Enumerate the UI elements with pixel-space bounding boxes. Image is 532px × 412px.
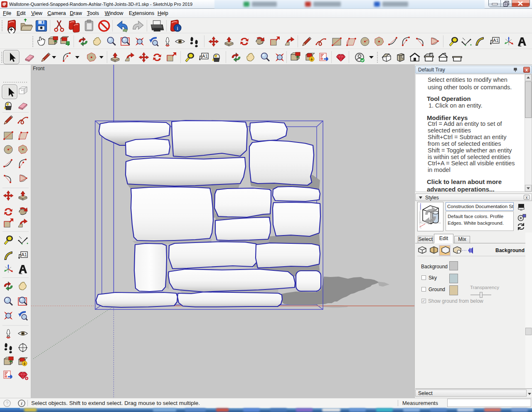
svg-text:?: ? (6, 401, 8, 406)
svg-text:Background: Background (495, 248, 525, 253)
svg-text:i: i (21, 401, 22, 406)
